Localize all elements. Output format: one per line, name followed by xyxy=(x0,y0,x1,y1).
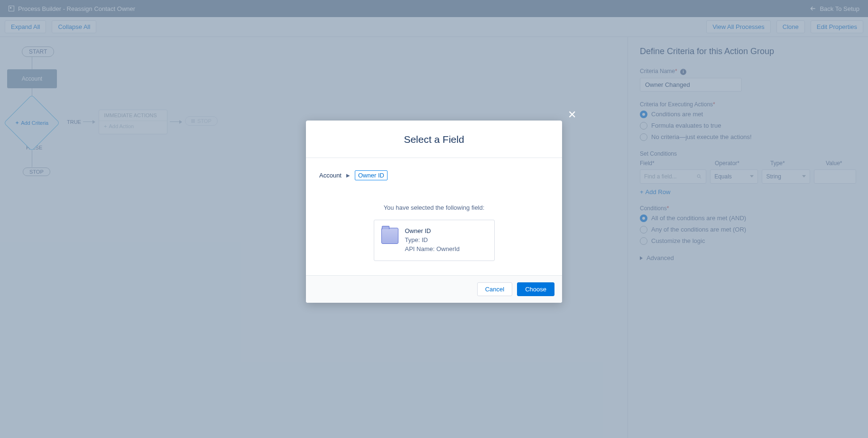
breadcrumb-root[interactable]: Account xyxy=(319,172,342,179)
folder-icon xyxy=(381,228,398,244)
chevron-right-icon: ▶ xyxy=(346,173,350,178)
modal-body: Account ▶ Owner ID You have selected the… xyxy=(306,158,562,275)
modal-overlay: ✕ Select a Field Account ▶ Owner ID You … xyxy=(0,0,868,438)
select-field-modal: ✕ Select a Field Account ▶ Owner ID You … xyxy=(306,121,562,303)
breadcrumb: Account ▶ Owner ID xyxy=(319,170,549,180)
modal-footer: Cancel Choose xyxy=(306,275,562,303)
modal-title: Select a Field xyxy=(315,134,553,145)
breadcrumb-selected[interactable]: Owner ID xyxy=(355,170,388,180)
selection-message: You have selected the following field: xyxy=(319,204,549,211)
field-type: Type: ID xyxy=(405,236,460,245)
modal-header: Select a Field xyxy=(306,121,562,158)
field-name: Owner ID xyxy=(405,227,460,236)
close-icon[interactable]: ✕ xyxy=(568,109,576,121)
selected-field-card: Owner ID Type: ID API Name: OwnerId xyxy=(374,220,495,261)
cancel-button[interactable]: Cancel xyxy=(477,282,512,296)
choose-button[interactable]: Choose xyxy=(517,282,554,296)
field-info: Owner ID Type: ID API Name: OwnerId xyxy=(405,227,460,254)
field-api: API Name: OwnerId xyxy=(405,245,460,254)
